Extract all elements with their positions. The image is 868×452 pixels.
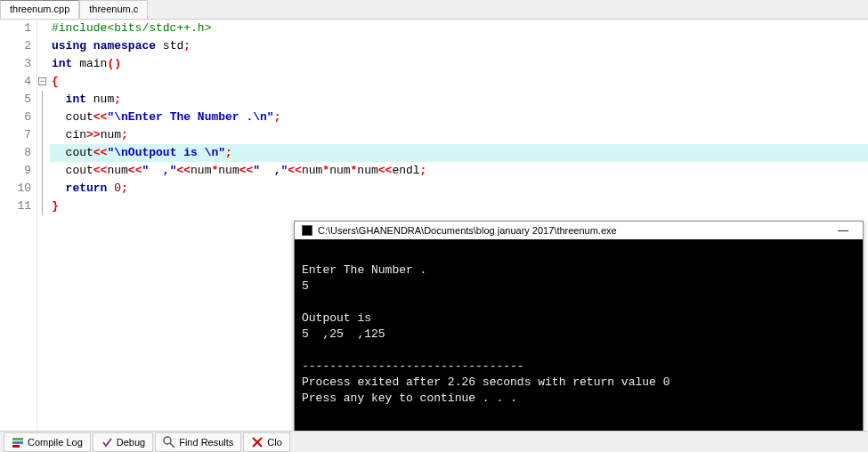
- compile-log-icon: [12, 436, 24, 448]
- code-line[interactable]: int main(): [50, 55, 868, 73]
- line-number: 1: [0, 20, 31, 37]
- tab-threenum-cpp[interactable]: threenum.cpp: [0, 0, 79, 19]
- debug-tab[interactable]: Debug: [93, 432, 153, 452]
- svg-point-3: [164, 437, 171, 444]
- svg-rect-2: [12, 445, 20, 448]
- line-number: 9: [0, 162, 31, 180]
- close-label: Clo: [267, 437, 282, 448]
- code-line[interactable]: cout<<num<<" ,"<<num*num<<" ,"<<num*num*…: [50, 162, 868, 180]
- line-number: 8: [0, 144, 31, 162]
- line-number: 11: [0, 198, 31, 215]
- console-output: Enter The Number . 5 Outpout is 5 ,25 ,1…: [295, 239, 863, 414]
- minimize-button[interactable]: —: [831, 224, 856, 237]
- line-number: 3: [0, 55, 31, 73]
- find-results-label: Find Results: [179, 437, 233, 448]
- svg-rect-0: [12, 438, 23, 440]
- code-line[interactable]: using namespace std;: [50, 37, 868, 55]
- code-line[interactable]: #include<bits/stdc++.h>: [50, 20, 868, 37]
- console-title-text: C:\Users\GHANENDRA\Documents\blog januar…: [318, 225, 617, 236]
- line-number-gutter: 1234567891011: [0, 20, 37, 431]
- find-results-tab[interactable]: Find Results: [155, 432, 241, 452]
- close-icon: [251, 436, 264, 448]
- find-results-icon: [163, 436, 175, 448]
- debug-icon: [101, 436, 113, 448]
- tab-threenum-c[interactable]: threenum.c: [79, 0, 148, 19]
- editor-tabs: threenum.cpp threenum.c: [0, 0, 868, 20]
- fold-toggle-icon[interactable]: −: [38, 77, 46, 85]
- svg-rect-1: [12, 441, 23, 444]
- console-app-icon: [302, 225, 312, 236]
- code-line[interactable]: cin>>num;: [50, 126, 868, 144]
- line-number: 4: [0, 73, 31, 91]
- svg-line-4: [170, 443, 174, 448]
- line-number: 2: [0, 37, 31, 55]
- close-tab[interactable]: Clo: [243, 432, 290, 452]
- line-number: 6: [0, 109, 31, 126]
- code-line[interactable]: return 0;: [50, 180, 868, 198]
- console-window[interactable]: C:\Users\GHANENDRA\Documents\blog januar…: [294, 221, 864, 448]
- console-titlebar[interactable]: C:\Users\GHANENDRA\Documents\blog januar…: [295, 222, 863, 239]
- line-number: 5: [0, 91, 31, 109]
- code-line[interactable]: {: [50, 73, 868, 91]
- code-line[interactable]: }: [50, 198, 868, 215]
- line-number: 7: [0, 126, 31, 144]
- fold-column: −: [37, 20, 50, 431]
- debug-label: Debug: [117, 437, 145, 448]
- code-line[interactable]: cout<<"\nEnter The Number .\n";: [50, 109, 868, 126]
- bottom-panel-tabs: Compile Log Debug Find Results Clo: [0, 431, 868, 452]
- compile-log-tab[interactable]: Compile Log: [4, 432, 91, 452]
- compile-log-label: Compile Log: [28, 437, 83, 448]
- code-line[interactable]: cout<<"\nOutpout is \n";: [50, 144, 868, 162]
- code-line[interactable]: int num;: [50, 91, 868, 109]
- line-number: 10: [0, 180, 31, 198]
